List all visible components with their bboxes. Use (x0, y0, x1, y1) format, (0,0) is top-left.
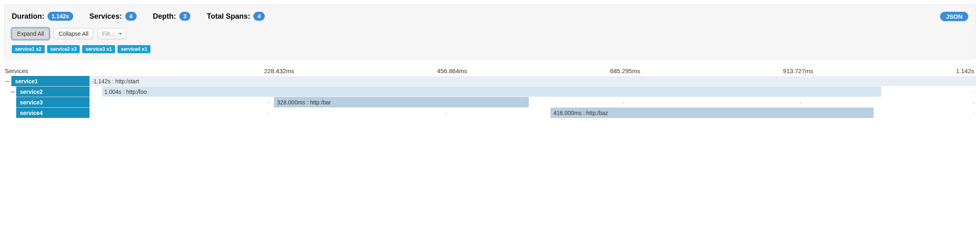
service-tag[interactable]: service2 x3 (47, 45, 80, 53)
duration-label: Duration: (12, 12, 44, 21)
span-bar[interactable]: 416.000ms :·http:/baz (551, 108, 873, 118)
tick-label: 228.432ms (262, 67, 435, 74)
timeline-ticks: 228.432ms456.864ms685.295ms913.727ms1.14… (89, 67, 976, 74)
summary-duration: Duration: 1.142s (12, 12, 73, 21)
grid-dot (267, 108, 444, 118)
services-header: Services (4, 67, 89, 74)
span-timeline-cell: ·328.000ms : http:/bar (89, 97, 976, 107)
trace-header-row: Services 228.432ms456.864ms685.295ms913.… (4, 67, 976, 74)
span-timeline-cell: ·1.004s : http:/foo (89, 87, 976, 97)
service-tag[interactable]: service1 x2 (12, 45, 45, 53)
span-service-cell: service3 (4, 97, 89, 107)
span-service-label[interactable]: service3 (16, 97, 89, 107)
json-button[interactable]: JSON (940, 12, 968, 21)
depth-label: Depth: (153, 12, 176, 21)
service-tags-row: service1 x2service2 x3service3 x1service… (12, 45, 968, 53)
span-bar-label: ·1.142s : http:/start (92, 78, 139, 85)
span-bar[interactable]: 328.000ms : http:/bar (274, 97, 529, 107)
service-tag[interactable]: service3 x1 (82, 45, 115, 53)
summary-row: Duration: 1.142s Services: 4 Depth: 3 To… (12, 12, 968, 21)
span-row: service3·328.000ms : http:/bar (4, 97, 976, 107)
grid-dot (89, 97, 267, 107)
tick-label: 685.295ms (608, 67, 781, 74)
tick-label: 913.727ms (782, 67, 954, 74)
trace-area: Services 228.432ms456.864ms685.295ms913.… (4, 67, 976, 118)
summary-total-spans: Total Spans: 4 (207, 12, 264, 21)
service-tag[interactable]: service4 x1 (118, 45, 150, 53)
tick-label: 456.864ms (436, 67, 608, 74)
trace-header-panel: JSON Duration: 1.142s Services: 4 Depth:… (4, 4, 976, 59)
span-service-label[interactable]: service1 (11, 76, 89, 86)
collapse-toggle-icon[interactable]: – (9, 87, 16, 97)
grid-dot (89, 108, 267, 118)
depth-badge: 3 (179, 12, 191, 21)
collapse-all-button[interactable]: Collapse All (53, 28, 94, 39)
span-bar-label: 328.000ms : http:/bar (277, 99, 331, 106)
span-service-cell: –service2 (4, 87, 89, 97)
collapse-toggle-spacer (9, 97, 16, 107)
total-spans-badge: 4 (253, 12, 265, 21)
span-bar-label: 416.000ms :·http:/baz (553, 110, 608, 116)
span-timeline-cell: ·416.000ms :·http:/baz (89, 108, 976, 118)
controls-row: Expand All Collapse All Filt… (12, 28, 968, 39)
span-service-cell: service4 (4, 108, 89, 118)
span-row: service4·416.000ms :·http:/baz (4, 108, 976, 118)
summary-depth: Depth: 3 (153, 12, 191, 21)
span-service-label[interactable]: service2 (16, 87, 89, 97)
span-service-label[interactable]: service4 (16, 108, 89, 118)
span-bar-label: 1.004s : http:/foo (105, 89, 147, 95)
span-bar[interactable]: ·1.142s : http:/start (89, 76, 976, 86)
span-timeline-cell: ··1.142s : http:/start (89, 76, 976, 86)
span-bar[interactable]: 1.004s : http:/foo (102, 87, 882, 97)
span-row: –service1··1.142s : http:/start (4, 76, 976, 86)
span-service-cell: –service1 (4, 76, 89, 86)
expand-all-button[interactable]: Expand All (12, 28, 49, 39)
collapse-toggle-spacer (9, 108, 16, 118)
total-spans-label: Total Spans: (207, 12, 250, 21)
filter-select[interactable]: Filt… (98, 28, 126, 39)
duration-badge: 1.142s (48, 12, 73, 21)
grid-dot: · (973, 89, 974, 95)
collapse-toggle-icon[interactable]: – (4, 76, 11, 86)
services-label: Services: (89, 12, 122, 21)
summary-services: Services: 4 (89, 12, 137, 21)
grid-dots (89, 97, 976, 107)
grid-dot: · (973, 99, 974, 106)
grid-dot (621, 97, 799, 107)
span-row: –service2·1.004s : http:/foo (4, 87, 976, 97)
grid-dot: · (973, 110, 974, 116)
grid-dot (799, 97, 976, 107)
services-badge: 4 (125, 12, 137, 21)
tick-label (89, 67, 262, 74)
tick-label: 1.142s (954, 67, 976, 74)
